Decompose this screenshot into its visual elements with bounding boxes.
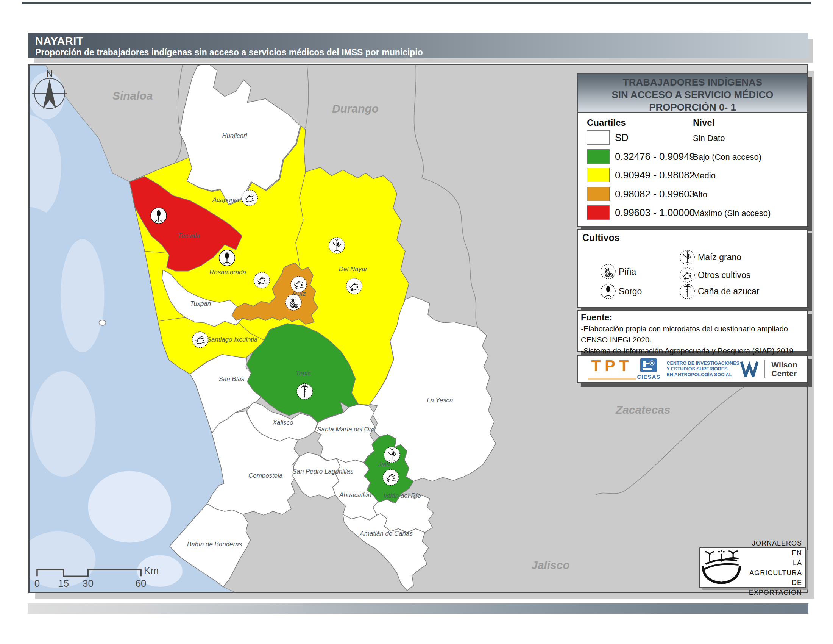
municipality-label: Bahía de Banderas: [187, 541, 242, 548]
legend-nivel: Medio: [693, 171, 716, 181]
legend-range: 0.98082 - 0.99603: [615, 188, 695, 200]
legend-range: SD: [615, 132, 629, 143]
top-rule: [22, 2, 811, 4]
otros-icon: [679, 266, 696, 284]
state-label-jalisco: Jalisco: [531, 559, 569, 571]
municipality-label: Ahuacatlán: [339, 491, 371, 499]
page: NAYARIT Proporción de trabajadores indíg…: [0, 0, 833, 644]
cultivo-label: Otros cultivos: [698, 270, 751, 280]
municipality-label: Tecuala: [178, 232, 200, 240]
pina-icon: [599, 263, 617, 280]
legend-swatch: [587, 130, 609, 145]
cana-icon: [679, 283, 696, 300]
legend-title-line2: SIN ACCESO A SERVICIO MÉDICO: [578, 89, 807, 101]
municipality-label: Xalisco: [272, 419, 293, 426]
wilson-line1: Wilson: [771, 360, 798, 369]
legend-nivel: Bajo (Con acceso): [693, 152, 761, 162]
scale-tick-label: 30: [82, 578, 93, 589]
legend-range: 0.90949 - 0.98082: [615, 169, 695, 181]
municipality-label: Tuxpan: [190, 300, 211, 307]
cuartiles-header: Cuartiles: [587, 118, 626, 128]
tpt-tagline-bar: [588, 378, 636, 380]
scale-tick-label: 60: [135, 578, 146, 589]
wilson-center-logo: Wilson Center: [740, 360, 798, 378]
ciesas-icon: [640, 358, 657, 373]
fuente-box: Fuente: -Elaboración propia con microdat…: [577, 310, 808, 352]
state-label-durango: Durango: [332, 102, 379, 115]
ciesas-name-line2: Y ESTUDIOS SUPERIORES: [666, 366, 739, 372]
legend-swatch: [587, 205, 609, 220]
cultivos-header: Cultivos: [582, 232, 620, 243]
otros-icon: [383, 469, 399, 485]
sorgo-icon: [599, 283, 617, 300]
legend-swatch: [587, 149, 609, 164]
north-label: N: [46, 69, 53, 79]
cultivo-label: Piña: [619, 267, 636, 277]
scale-unit: Km: [144, 565, 159, 576]
ciesas-name-line3: EN ANTROPOLOGÍA SOCIAL: [666, 372, 739, 378]
legend-class-row: 0.99603 - 1.00000Máximo (Sin acceso): [578, 205, 807, 220]
municipality-label: Jala: [378, 460, 390, 468]
scale-tick-label: 15: [58, 578, 69, 589]
legend-nivel: Sin Dato: [693, 134, 725, 143]
legend-class-row: 0.98082 - 0.99603Alto: [578, 187, 807, 201]
jornaleros-line3: DE EXPORTACIÓN: [745, 578, 802, 597]
jornaleros-logo-box: JORNALEROS EN LA AGRICULTURA DE EXPORTAC…: [700, 547, 806, 588]
otros-icon: [192, 332, 208, 348]
legend-class-row: 0.90949 - 0.98082Medio: [578, 168, 807, 182]
otros-icon: [254, 272, 270, 288]
legend-title: TRABAJADORES INDÍGENAS SIN ACCESO A SERV…: [578, 74, 807, 113]
sorgo-icon: [219, 250, 235, 266]
ciesas-name-line1: CENTRO DE INVESTIGACIONES: [666, 361, 739, 366]
tpt-wordmark: TPT: [591, 358, 632, 374]
fuente-line: CENSO INEGI 2020.: [581, 336, 651, 345]
jornaleros-line2: LA AGRICULTURA: [745, 558, 802, 578]
legend-class-row: 0.32476 - 0.90949Bajo (Con acceso): [578, 149, 807, 164]
fuente-header: Fuente:: [581, 312, 612, 323]
fuente-line: -Elaboración propia con microdatos del c…: [581, 325, 788, 333]
municipality-label: Compostela: [248, 472, 283, 479]
ciesas-name: CENTRO DE INVESTIGACIONES Y ESTUDIOS SUP…: [666, 361, 739, 378]
cultivo-label: Caña de azucar: [698, 287, 759, 296]
legend-box: TRABAJADORES INDÍGENAS SIN ACCESO A SERV…: [577, 73, 808, 227]
legend-nivel: Alto: [693, 190, 707, 200]
legend-swatch: [587, 187, 609, 201]
legend-range: 0.32476 - 0.90949: [615, 151, 695, 163]
pina-icon: [286, 295, 301, 310]
otros-icon: [241, 190, 257, 206]
maiz-icon: [384, 447, 400, 463]
legend-title-line3: PROPORCIÓN 0- 1: [578, 101, 807, 114]
municipality-label: Huajicori: [222, 132, 247, 139]
maiz-icon: [329, 238, 345, 253]
ciesas-wordmark: CIESAS: [637, 374, 661, 380]
state-label-zacatecas: Zacatecas: [615, 403, 671, 416]
bottom-gradient-bar: [27, 604, 808, 614]
municipality-label: Tepic: [296, 370, 311, 377]
jornaleros-line1: JORNALEROS EN: [745, 538, 802, 558]
legend-nivel: Máximo (Sin acceso): [693, 208, 770, 218]
legend-swatch: [587, 168, 609, 182]
cana-icon: [297, 383, 313, 399]
otros-icon: [346, 279, 362, 295]
state-label-sinaloa: Sinaloa: [113, 89, 153, 102]
title-bar: NAYARIT Proporción de trabajadores indíg…: [28, 33, 808, 58]
jornaleros-field-icon: [700, 549, 745, 587]
cultivo-label: Maíz grano: [698, 252, 741, 262]
fuente-line: -Sistema de Información Agropecuaria y P…: [581, 347, 793, 355]
maiz-icon: [679, 248, 696, 266]
legend-body: Cuartiles Nivel SDSin Dato0.32476 - 0.90…: [578, 113, 807, 225]
municipality-label: Santa María del Oro: [317, 426, 375, 433]
wilson-w-icon: [740, 361, 758, 377]
island: [99, 320, 106, 325]
page-subtitle: Proporción de trabajadores indígenas sin…: [35, 47, 423, 58]
municipality-label: Santiago Ixcuintla: [207, 336, 258, 343]
wilson-line2: Center: [771, 369, 798, 378]
municipality-label: Rosamorada: [209, 269, 246, 276]
municipality-label: Ixtlán del Río: [384, 492, 421, 499]
municipality-label: Acaponeta: [212, 196, 243, 203]
municipality-label: Amatlán de Cañas: [360, 530, 413, 537]
municipality-label: La Yesca: [427, 397, 453, 404]
page-title: NAYARIT: [35, 35, 83, 47]
ciesas-logo: CIESAS CENTRO DE INVESTIGACIONES Y ESTUD…: [637, 358, 740, 380]
sorgo-icon: [151, 208, 167, 224]
